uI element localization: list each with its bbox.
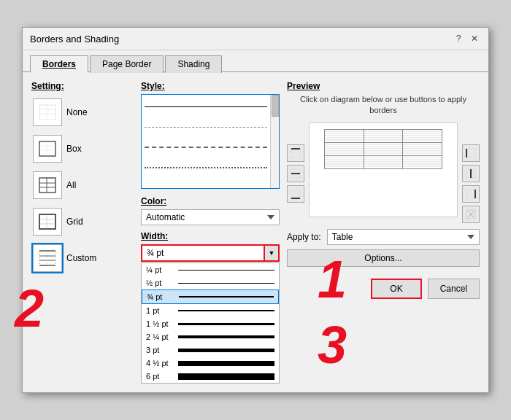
svg-rect-8 [39, 178, 55, 192]
style-item-dashed-fine[interactable] [143, 117, 269, 137]
settings-label: Setting: [31, 81, 134, 91]
setting-box-icon [33, 135, 62, 163]
options-button[interactable]: Options... [287, 249, 480, 267]
setting-all[interactable]: All [31, 168, 134, 202]
tab-borders[interactable]: Borders [30, 55, 88, 73]
svg-rect-30 [466, 149, 475, 158]
preview-right-buttons [462, 122, 480, 223]
preview-btn-horiz-border[interactable] [287, 165, 304, 182]
tab-page-border[interactable]: Page Border [90, 55, 164, 73]
settings-panel: Setting: None [31, 81, 134, 384]
apply-to-section: Apply to: Table Cell Paragraph Options..… [287, 229, 480, 273]
right-panel: Preview Click on diagram below or use bu… [287, 81, 480, 384]
apply-to-label: Apply to: [287, 232, 321, 242]
width-dropdown-arrow[interactable]: ▼ [265, 244, 280, 262]
width-section: Width: ¾ pt ▼ ¼ pt ½ pt [141, 231, 280, 384]
preview-label: Preview [287, 81, 480, 91]
preview-area [287, 122, 480, 223]
svg-rect-0 [39, 105, 55, 120]
svg-rect-24 [291, 149, 300, 158]
color-section: Color: Automatic Black Red Blue [141, 196, 280, 225]
action-buttons: OK Cancel [287, 279, 480, 299]
style-item-solid[interactable] [143, 96, 269, 117]
style-item-dashed-medium[interactable] [143, 137, 269, 158]
style-label: Style: [141, 81, 280, 91]
dialog-title: Borders and Shading [30, 34, 119, 44]
width-row: ¾ pt ▼ [141, 244, 280, 262]
preview-canvas[interactable] [309, 122, 458, 217]
dialog-body: Setting: None [23, 72, 488, 392]
setting-all-label: All [66, 180, 76, 190]
style-list-container [141, 94, 280, 189]
setting-box-label: Box [66, 144, 82, 154]
tab-bar: Borders Page Border Shading [23, 50, 488, 72]
width-option-six[interactable]: 6 pt [142, 370, 279, 383]
style-scrollbar[interactable] [270, 95, 279, 188]
width-option-half[interactable]: ½ pt [142, 276, 279, 289]
setting-none-icon [33, 98, 62, 126]
preview-btn-bottom-border[interactable] [287, 185, 304, 203]
preview-btn-top-border[interactable] [287, 144, 304, 162]
close-button[interactable]: ✕ [468, 32, 481, 45]
apply-to-select[interactable]: Table Cell Paragraph [327, 229, 480, 245]
preview-left-buttons [287, 122, 304, 203]
preview-btn-no-border[interactable] [462, 206, 480, 223]
preview-btn-left-border[interactable] [462, 144, 480, 162]
borders-and-shading-dialog: Borders and Shading ? ✕ Borders Page Bor… [22, 27, 489, 393]
width-selected[interactable]: ¾ pt [141, 244, 265, 262]
preview-table [324, 129, 442, 169]
ok-button[interactable]: OK [371, 279, 421, 299]
width-option-two-quarter[interactable]: 2 ¼ pt [142, 330, 279, 343]
setting-grid-label: Grid [66, 217, 83, 227]
svg-rect-16 [39, 251, 55, 265]
setting-custom-icon [33, 244, 62, 272]
width-option-one-half[interactable]: 1 ½ pt [142, 317, 279, 330]
width-option-three[interactable]: 3 pt [142, 343, 279, 357]
tab-shading[interactable]: Shading [165, 55, 222, 73]
svg-rect-12 [39, 214, 55, 229]
setting-box[interactable]: Box [31, 132, 134, 166]
svg-rect-28 [291, 190, 300, 198]
cancel-button[interactable]: Cancel [428, 279, 480, 299]
style-item-dot-dash[interactable] [143, 158, 269, 178]
middle-panel: Style: [141, 81, 280, 384]
style-list[interactable] [142, 95, 270, 188]
setting-grid-icon [33, 208, 62, 236]
preview-hint: Click on diagram below or use buttons to… [287, 94, 480, 117]
preview-btn-right-border[interactable] [462, 185, 480, 203]
width-label: Width: [141, 231, 280, 241]
setting-none-label: None [66, 107, 88, 117]
width-option-one[interactable]: 1 pt [142, 304, 279, 317]
setting-all-icon [33, 171, 62, 199]
title-bar: Borders and Shading ? ✕ [23, 28, 488, 50]
preview-btn-vert-border[interactable] [462, 165, 480, 182]
style-scrollbar-thumb[interactable] [272, 95, 279, 117]
width-dropdown-list: ¼ pt ½ pt ¾ pt 1 pt [141, 262, 280, 384]
width-option-three-quarter[interactable]: ¾ pt [142, 289, 279, 304]
color-label: Color: [141, 196, 280, 206]
color-select[interactable]: Automatic Black Red Blue [141, 209, 280, 225]
setting-none[interactable]: None [31, 96, 134, 129]
width-option-four-half[interactable]: 4 ½ pt [142, 357, 279, 370]
setting-custom[interactable]: Custom [31, 241, 134, 275]
setting-grid[interactable]: Grid [31, 205, 134, 238]
title-bar-controls: ? ✕ [452, 32, 481, 45]
width-option-quarter[interactable]: ¼ pt [142, 263, 279, 276]
help-button[interactable]: ? [452, 32, 465, 45]
svg-rect-4 [39, 141, 55, 156]
apply-to-row: Apply to: Table Cell Paragraph [287, 229, 480, 245]
setting-custom-label: Custom [66, 253, 96, 263]
svg-rect-34 [466, 190, 475, 198]
